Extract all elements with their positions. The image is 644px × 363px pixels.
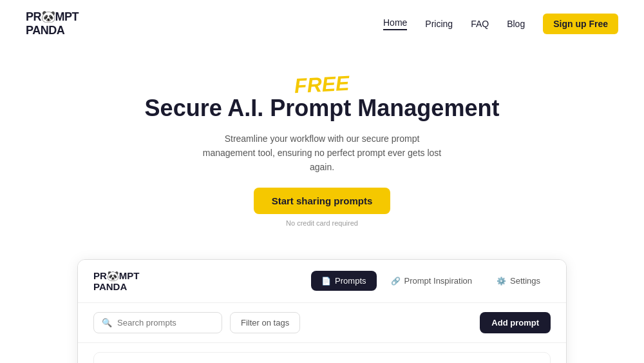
add-prompt-button[interactable]: Add prompt — [480, 312, 551, 333]
hero-no-credit: No credit card required — [13, 219, 631, 227]
nav-logo-line2: PANDA — [26, 24, 79, 37]
prompt-list: Product message for slack Generate a bet… — [78, 352, 566, 363]
hero-section: FREE Secure A.I. Prompt Management Strea… — [0, 47, 644, 246]
hero-title: Secure A.I. Prompt Management — [13, 94, 631, 122]
hero-cta-button[interactable]: Start sharing prompts — [254, 188, 391, 214]
nav-link-home[interactable]: Home — [383, 17, 407, 30]
app-logo: PR🐼MPT PANDA — [93, 270, 140, 293]
hero-free-badge: FREE — [294, 72, 350, 98]
nav-logo: PR🐼MPT PANDA — [26, 10, 79, 37]
nav-logo-line1: PR🐼MPT — [26, 10, 79, 24]
navbar: PR🐼MPT PANDA Home Pricing FAQ Blog Sign … — [0, 0, 644, 47]
search-icon: 🔍 — [102, 318, 112, 328]
search-wrap: 🔍 — [93, 312, 222, 333]
filter-tags-button[interactable]: Filter on tags — [230, 312, 300, 333]
app-tabs: 📄 Prompts 🔗 Prompt Inspiration ⚙️ Settin… — [311, 271, 551, 291]
nav-link-pricing[interactable]: Pricing — [425, 19, 453, 29]
tab-settings[interactable]: ⚙️ Settings — [486, 271, 551, 291]
prompt-card: Product message for slack Generate a bet… — [93, 352, 551, 363]
nav-links: Home Pricing FAQ Blog Sign up Free — [383, 14, 618, 34]
tab-prompts[interactable]: 📄 Prompts — [311, 271, 376, 291]
inspiration-icon: 🔗 — [391, 277, 401, 286]
app-preview: PR🐼MPT PANDA 📄 Prompts 🔗 Prompt Inspirat… — [77, 259, 567, 363]
app-logo-line2: PANDA — [93, 281, 140, 292]
prompts-icon: 📄 — [321, 277, 331, 286]
nav-link-blog[interactable]: Blog — [507, 19, 525, 29]
nav-link-faq[interactable]: FAQ — [471, 19, 489, 29]
hero-subtitle: Streamline your workflow with our secure… — [200, 132, 444, 175]
app-toolbar: 🔍 Filter on tags Add prompt — [78, 303, 566, 343]
app-logo-line1: PR🐼MPT — [93, 270, 140, 281]
signup-button[interactable]: Sign up Free — [543, 14, 618, 34]
app-header: PR🐼MPT PANDA 📄 Prompts 🔗 Prompt Inspirat… — [78, 260, 566, 304]
search-input[interactable] — [117, 318, 214, 328]
tab-prompt-inspiration[interactable]: 🔗 Prompt Inspiration — [381, 271, 483, 291]
settings-icon: ⚙️ — [497, 277, 506, 286]
